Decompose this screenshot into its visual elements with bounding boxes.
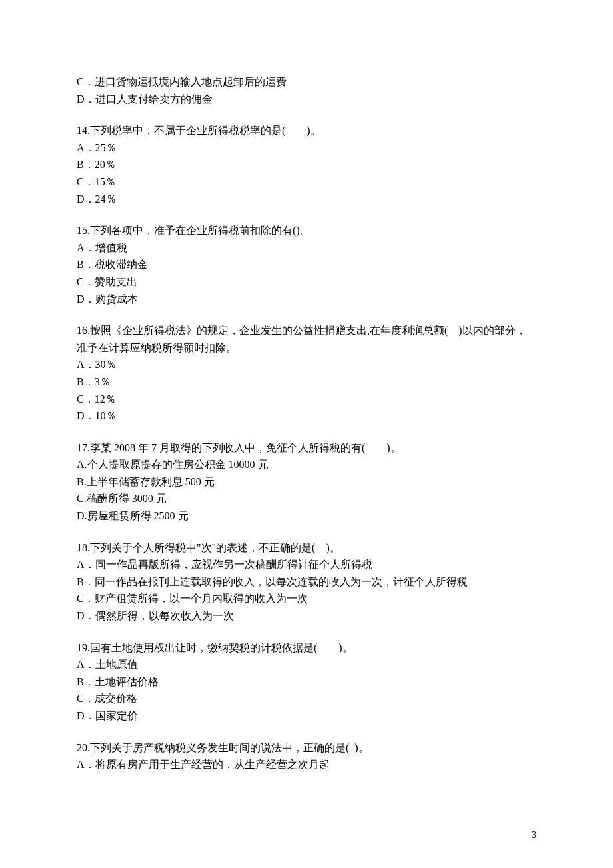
option: B．20％ — [77, 156, 536, 173]
question-19: 19.国有土地使用权出让时，缴纳契税的计税依据是( )。 A．土地原值 B．土地… — [77, 639, 536, 725]
question-stem: 16.按照《企业所得税法》的规定，企业发生的公益性捐赠支出,在年度利润总额( )… — [77, 322, 536, 356]
question-stem: 20.下列关于房产税纳税义务发生时间的说法中，正确的是( )。 — [77, 739, 536, 757]
option: A．增值税 — [77, 239, 536, 257]
option: C．成交价格 — [77, 690, 536, 707]
question-stem: 19.国有土地使用权出让时，缴纳契税的计税依据是( )。 — [77, 639, 536, 657]
page-number: 3 — [532, 828, 536, 843]
option: D．24％ — [77, 191, 536, 208]
option: C．15％ — [77, 173, 536, 191]
option: C．财产租赁所得，以一个月内取得的收入为一次 — [77, 590, 536, 607]
question-17: 17.李某 2008 年 7 月取得的下列收入中，免征个人所得税的有( )。 A… — [77, 439, 536, 525]
option: B.上半年储蓄存款利息 500 元 — [77, 473, 536, 491]
option: C.稿酬所得 3000 元 — [77, 490, 536, 507]
question-fragment-top: C．进口货物运抵境内输入地点起卸后的运费 D．进口人支付给卖方的佣金 — [77, 73, 536, 107]
option: B．土地评估价格 — [77, 673, 536, 691]
question-16: 16.按照《企业所得税法》的规定，企业发生的公益性捐赠支出,在年度利润总额( )… — [77, 322, 536, 425]
option: C．赞助支出 — [77, 273, 536, 291]
option: C．进口货物运抵境内输入地点起卸后的运费 — [77, 73, 536, 91]
option: A.个人提取原提存的住房公积金 10000 元 — [77, 456, 536, 473]
question-15: 15.下列各项中，准予在企业所得税前扣除的有()。 A．增值税 B．税收滞纳金 … — [77, 222, 536, 307]
question-stem: 15.下列各项中，准予在企业所得税前扣除的有()。 — [77, 222, 536, 239]
document-page: C．进口货物运抵境内输入地点起卸后的运费 D．进口人支付给卖方的佣金 14.下列… — [0, 0, 613, 868]
option: D．进口人支付给卖方的佣金 — [77, 91, 536, 108]
option: C．12％ — [77, 391, 536, 408]
question-stem: 18.下列关于个人所得税中"次"的表述，不正确的是( )。 — [77, 539, 536, 557]
option: D．10％ — [77, 407, 536, 425]
option: B．同一作品在报刊上连载取得的收入，以每次连载的收入为一次，计征个人所得税 — [77, 573, 536, 591]
option: A．将原有房产用于生产经营的，从生产经营之次月起 — [77, 756, 536, 773]
option: D.房屋租赁所得 2500 元 — [77, 507, 536, 525]
question-stem: 14.下列税率中，不属于企业所得税税率的是( )。 — [77, 122, 536, 139]
option: A．30％ — [77, 356, 536, 373]
question-stem: 17.李某 2008 年 7 月取得的下列收入中，免征个人所得税的有( )。 — [77, 439, 536, 457]
option: A．土地原值 — [77, 656, 536, 673]
option: A．25％ — [77, 139, 536, 157]
question-14: 14.下列税率中，不属于企业所得税税率的是( )。 A．25％ B．20％ C．… — [77, 122, 536, 207]
option: A．同一作品再版所得，应视作另一次稿酬所得计征个人所得税 — [77, 556, 536, 573]
option: D．国家定价 — [77, 707, 536, 725]
question-18: 18.下列关于个人所得税中"次"的表述，不正确的是( )。 A．同一作品再版所得… — [77, 539, 536, 625]
option: D．偶然所得，以每次收入为一次 — [77, 607, 536, 625]
option: B．3％ — [77, 373, 536, 391]
question-20: 20.下列关于房产税纳税义务发生时间的说法中，正确的是( )。 A．将原有房产用… — [77, 739, 536, 773]
option: B．税收滞纳金 — [77, 256, 536, 273]
option: D．购货成本 — [77, 291, 536, 308]
